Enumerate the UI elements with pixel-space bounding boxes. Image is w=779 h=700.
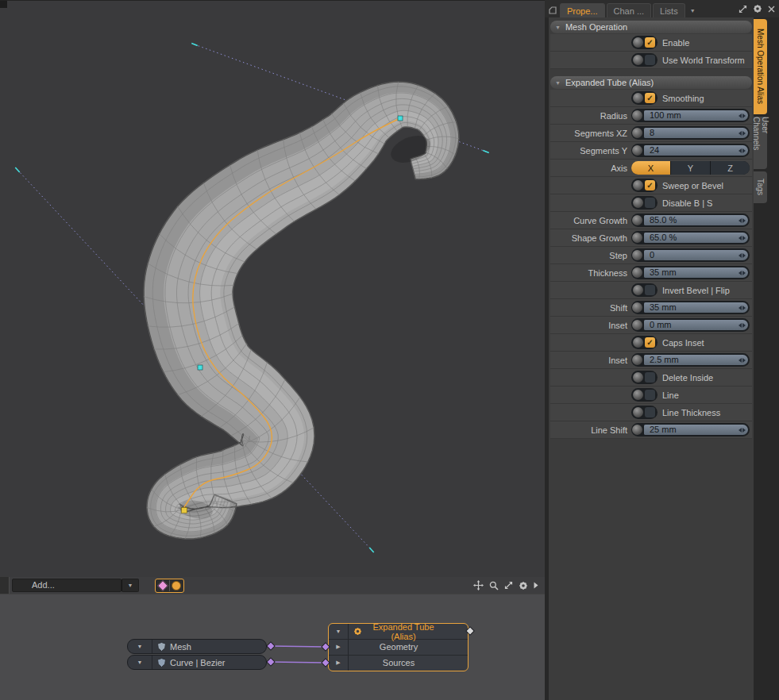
checkbox-knob[interactable] — [633, 390, 643, 400]
slider-stepper-icon[interactable] — [739, 353, 746, 367]
connector-diamond[interactable] — [267, 642, 275, 650]
add-node-button[interactable]: Add... — [12, 579, 121, 592]
inset-slider[interactable]: 2.5 mm — [631, 353, 750, 367]
slider-knob[interactable] — [632, 250, 642, 260]
section-header-mesh-operation[interactable]: ▼Mesh Operation — [550, 21, 752, 33]
node-mesh[interactable]: ▼ Mesh — [127, 639, 267, 654]
line-thickness-checkbox[interactable] — [631, 406, 658, 419]
pink-diamond-swatch[interactable] — [156, 580, 169, 591]
step-right-icon[interactable] — [742, 218, 746, 223]
shape-growth-slider[interactable]: 65.0 % — [631, 231, 750, 244]
node-expanded-tube-header[interactable]: ▼ Expanded Tube (Alias) — [329, 624, 468, 640]
side-tab-mesh-operation-alias[interactable]: Mesh Operation Alias — [754, 19, 767, 114]
orange-circle-swatch[interactable] — [169, 580, 183, 591]
step-left-icon[interactable] — [739, 358, 742, 363]
checkbox-knob[interactable] — [633, 407, 643, 417]
checkbox-knob[interactable] — [633, 285, 643, 295]
node-connection-wire[interactable] — [271, 662, 326, 663]
expand-icon[interactable] — [739, 5, 747, 13]
segments-xz-slider[interactable]: 8 — [631, 126, 750, 140]
curve-start-point[interactable] — [182, 508, 187, 513]
checkbox-knob[interactable] — [633, 198, 643, 208]
checkbox-knob[interactable] — [633, 337, 643, 348]
step-left-icon[interactable] — [739, 253, 742, 258]
panel-arrow-icon[interactable] — [534, 582, 538, 589]
radius-slider[interactable]: 100 mm — [631, 109, 750, 122]
invert-bevel-flip-checkbox[interactable] — [631, 283, 658, 297]
enable-checkbox[interactable]: ✓ — [631, 36, 658, 49]
smoothing-checkbox[interactable]: ✓ — [631, 91, 658, 105]
slider-knob[interactable] — [632, 215, 642, 225]
tab-properties[interactable]: Prope... — [560, 3, 605, 17]
checkbox-knob[interactable] — [633, 372, 643, 383]
step-left-icon[interactable] — [739, 113, 742, 118]
step-left-icon[interactable] — [739, 323, 742, 328]
step-left-icon[interactable] — [739, 236, 742, 240]
slider-knob[interactable] — [632, 233, 642, 243]
node-expanded-tube[interactable]: ▼ Expanded Tube (Alias) ▶ Geometry ▶ Sou… — [328, 623, 469, 671]
inset-slider[interactable]: 0 mm — [631, 318, 750, 332]
axis-z-button[interactable]: Z — [711, 161, 750, 175]
node-curve-bezier[interactable]: ▼ Curve | Bezier — [127, 655, 267, 670]
gear-icon[interactable] — [519, 581, 528, 590]
slider-stepper-icon[interactable] — [739, 126, 746, 140]
step-right-icon[interactable] — [742, 271, 746, 275]
slider-knob[interactable] — [632, 267, 642, 278]
slider-knob[interactable] — [632, 128, 642, 138]
step-right-icon[interactable] — [742, 236, 746, 240]
step-right-icon[interactable] — [742, 131, 746, 136]
step-left-icon[interactable] — [739, 271, 742, 275]
slider-stepper-icon[interactable] — [739, 248, 746, 262]
chevron-down-icon[interactable]: ▼ — [690, 8, 696, 13]
zoom-icon[interactable] — [489, 581, 499, 590]
disable-b-s-checkbox[interactable] — [631, 196, 658, 210]
slider-knob[interactable] — [632, 110, 642, 121]
node-tube-geometry-row[interactable]: ▶ Geometry — [329, 640, 468, 656]
slider-knob[interactable] — [632, 425, 642, 435]
step-right-icon[interactable] — [742, 306, 746, 310]
slider-knob[interactable] — [632, 355, 642, 365]
step-left-icon[interactable] — [739, 428, 742, 433]
node-tube-sources-row[interactable]: ▶ Sources — [329, 656, 468, 671]
checkbox-knob[interactable] — [633, 180, 643, 190]
node-connection-wire[interactable] — [271, 646, 326, 647]
checkbox-knob[interactable] — [633, 37, 643, 48]
slider-stepper-icon[interactable] — [739, 301, 746, 314]
step-left-icon[interactable] — [739, 148, 742, 153]
expand-arrow-icon[interactable]: ▶ — [329, 656, 349, 671]
step-right-icon[interactable] — [742, 323, 746, 328]
slider-knob[interactable] — [632, 320, 642, 330]
thickness-slider[interactable]: 35 mm — [631, 266, 750, 279]
slider-stepper-icon[interactable] — [739, 266, 746, 279]
step-right-icon[interactable] — [742, 148, 746, 153]
tangent-end-handle[interactable] — [369, 548, 373, 552]
use-world-transform-checkbox[interactable] — [631, 53, 658, 67]
connector-diamond[interactable] — [267, 658, 275, 666]
tangent-end-handle[interactable] — [483, 151, 489, 153]
panel-tab-grip-icon[interactable] — [549, 6, 557, 14]
step-slider[interactable]: 0 — [631, 248, 750, 262]
checkbox-knob[interactable] — [633, 55, 643, 65]
close-icon[interactable] — [768, 6, 775, 13]
add-dropdown-button[interactable]: ▼ — [121, 579, 139, 592]
tangent-end-handle[interactable] — [191, 44, 198, 46]
slider-knob[interactable] — [632, 145, 642, 156]
slider-stepper-icon[interactable] — [739, 144, 746, 157]
tangent-end-handle[interactable] — [15, 167, 19, 172]
collapse-arrow-icon[interactable]: ▼ — [329, 624, 349, 639]
slider-knob[interactable] — [632, 302, 642, 313]
tab-lists[interactable]: Lists — [653, 3, 685, 17]
segments-y-slider[interactable]: 24 — [631, 144, 750, 157]
curve-growth-slider[interactable]: 85.0 % — [631, 213, 750, 227]
side-tab-tags[interactable]: Tags — [754, 171, 767, 203]
slider-stepper-icon[interactable] — [739, 423, 746, 437]
axis-y-button[interactable]: Y — [671, 161, 711, 175]
line-shift-slider[interactable]: 25 mm — [631, 423, 750, 437]
sweep-or-bevel-checkbox[interactable]: ✓ — [631, 179, 658, 192]
section-header-expanded-tube-alias[interactable]: ▼Expanded Tube (Alias) — [550, 76, 752, 89]
step-right-icon[interactable] — [742, 113, 746, 118]
line-checkbox[interactable] — [631, 388, 658, 402]
collapse-arrow-icon[interactable]: ▼ — [128, 656, 152, 669]
schematic-canvas[interactable]: ▼ Mesh ▼ Curve | Bezier ▼ Expanded Tube … — [0, 594, 545, 700]
viewport-panel[interactable] — [0, 0, 545, 578]
